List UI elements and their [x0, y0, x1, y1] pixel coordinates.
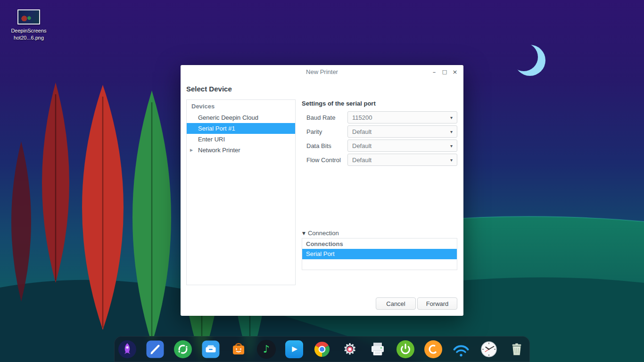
- connection-item-serial-port[interactable]: Serial Port: [302, 249, 457, 259]
- parity-dropdown[interactable]: Default ▾: [347, 125, 457, 138]
- gear-center-dot: [347, 346, 353, 352]
- dialog-footer: Cancel Forward: [376, 297, 457, 310]
- chevron-down-icon: ▾: [450, 157, 453, 163]
- baud-rate-label: Baud Rate: [302, 114, 347, 121]
- chrome-browser-icon[interactable]: [312, 339, 332, 359]
- desktop-file-label: DeepinScreens hot20...6.png: [8, 27, 50, 42]
- chevron-down-icon: ▾: [450, 115, 453, 120]
- text-editor-icon[interactable]: [145, 339, 165, 359]
- devices-panel: Devices Generic Deepin Cloud Serial Port…: [186, 99, 296, 285]
- control-center-icon[interactable]: ⚙: [340, 339, 360, 359]
- dock: ♪ ▶ ⚙: [114, 336, 530, 362]
- connections-list: Connections Serial Port: [302, 238, 457, 270]
- maximize-button[interactable]: □: [439, 65, 450, 79]
- power-manager-icon[interactable]: [396, 339, 415, 359]
- forward-button[interactable]: Forward: [417, 297, 457, 310]
- new-printer-dialog: New Printer – □ × Select Device Devices …: [181, 65, 463, 316]
- connection-section-toggle[interactable]: ▼ Connection: [302, 230, 339, 237]
- chevron-down-icon: ▾: [450, 129, 453, 134]
- device-item-enter-uri[interactable]: Enter URI: [187, 134, 295, 145]
- flow-control-dropdown[interactable]: Default ▾: [347, 154, 457, 166]
- desktop-file-icon[interactable]: DeepinScreens hot20...6.png: [8, 9, 50, 42]
- software-updater-icon[interactable]: [173, 339, 193, 359]
- music-player-icon[interactable]: ♪: [256, 339, 276, 359]
- orange-app-icon[interactable]: [423, 339, 443, 359]
- app-store-icon[interactable]: [229, 339, 248, 359]
- video-player-icon[interactable]: ▶: [284, 339, 304, 359]
- connections-header: Connections: [302, 239, 457, 249]
- titlebar: New Printer – □ ×: [181, 65, 463, 79]
- data-bits-label: Data Bits: [302, 142, 347, 149]
- parity-row: Parity Default ▾: [302, 125, 457, 138]
- serial-port-settings-panel: Settings of the serial port Baud Rate 11…: [302, 99, 457, 319]
- close-button[interactable]: ×: [450, 65, 460, 79]
- collapse-arrow-icon: ▼: [302, 231, 305, 236]
- music-note-icon: ♪: [263, 344, 270, 354]
- baud-rate-row: Baud Rate 115200 ▾: [302, 111, 457, 123]
- page-title: Select Device: [186, 85, 232, 93]
- trash-icon[interactable]: [507, 339, 527, 359]
- data-bits-row: Data Bits Default ▾: [302, 140, 457, 152]
- network-wifi-icon[interactable]: [451, 339, 471, 359]
- file-manager-icon[interactable]: [201, 339, 221, 359]
- minimize-button[interactable]: –: [429, 65, 439, 79]
- chevron-down-icon: ▾: [450, 143, 453, 148]
- device-item-generic-deepin-cloud[interactable]: Generic Deepin Cloud: [187, 112, 295, 123]
- cancel-button[interactable]: Cancel: [376, 297, 416, 310]
- device-item-network-printer[interactable]: ▶ Network Printer: [187, 145, 295, 156]
- expand-arrow-icon[interactable]: ▶: [190, 145, 193, 156]
- device-item-serial-port-1[interactable]: Serial Port #1: [187, 123, 295, 134]
- flow-control-label: Flow Control: [302, 156, 347, 164]
- parity-label: Parity: [302, 128, 347, 135]
- flow-control-row: Flow Control Default ▾: [302, 154, 457, 166]
- clock-icon[interactable]: [479, 339, 499, 359]
- play-icon: ▶: [292, 346, 297, 353]
- data-bits-dropdown[interactable]: Default ▾: [347, 140, 457, 152]
- printer-settings-icon[interactable]: [368, 339, 388, 359]
- window-title: New Printer: [181, 65, 463, 79]
- devices-header: Devices: [187, 100, 295, 112]
- settings-heading: Settings of the serial port: [302, 100, 457, 107]
- baud-rate-dropdown[interactable]: 115200 ▾: [347, 111, 457, 123]
- screenshot-thumbnail: [17, 9, 40, 25]
- launcher-icon[interactable]: [117, 339, 137, 359]
